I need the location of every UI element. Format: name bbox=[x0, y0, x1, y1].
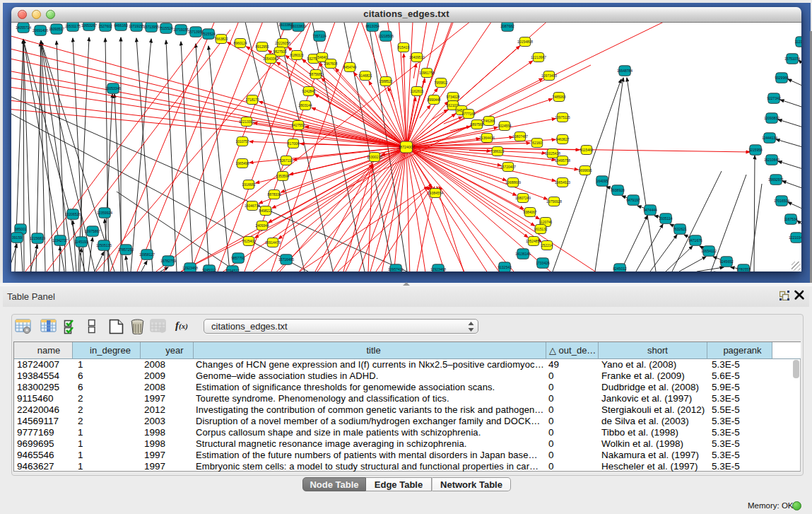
svg-text:5875685: 5875685 bbox=[309, 73, 322, 76]
svg-text:14136141: 14136141 bbox=[515, 252, 531, 256]
svg-text:8813054: 8813054 bbox=[365, 24, 379, 28]
svg-text:9146821: 9146821 bbox=[358, 74, 372, 78]
svg-text:10958127: 10958127 bbox=[139, 252, 155, 257]
svg-text:6479197: 6479197 bbox=[626, 198, 640, 202]
svg-text:1615132: 1615132 bbox=[534, 228, 547, 231]
svg-text:16648784: 16648784 bbox=[617, 69, 632, 73]
svg-text:10973493: 10973493 bbox=[541, 74, 557, 78]
svg-text:9827503: 9827503 bbox=[273, 50, 286, 54]
svg-text:9132543: 9132543 bbox=[498, 265, 512, 269]
svg-text:815419: 815419 bbox=[398, 46, 410, 49]
svg-text:54640: 54640 bbox=[317, 56, 327, 59]
svg-text:8794512: 8794512 bbox=[225, 269, 240, 271]
svg-text:7386322: 7386322 bbox=[490, 150, 504, 153]
svg-text:12156819: 12156819 bbox=[30, 236, 45, 240]
svg-text:15692971: 15692971 bbox=[768, 177, 784, 182]
svg-text:1353594: 1353594 bbox=[276, 175, 289, 178]
svg-text:17857253: 17857253 bbox=[118, 247, 134, 252]
svg-text:20206526: 20206526 bbox=[65, 212, 81, 216]
svg-text:8186323: 8186323 bbox=[290, 54, 303, 57]
svg-text:16807249: 16807249 bbox=[515, 197, 531, 200]
svg-text:3024554: 3024554 bbox=[498, 124, 511, 128]
svg-text:7357224: 7357224 bbox=[312, 34, 326, 38]
svg-text:12213302: 12213302 bbox=[239, 120, 254, 124]
svg-text:3215958: 3215958 bbox=[748, 148, 763, 152]
svg-text:385001: 385001 bbox=[15, 227, 27, 231]
svg-text:9427552: 9427552 bbox=[291, 124, 305, 127]
svg-text:1121750: 1121750 bbox=[794, 40, 801, 44]
svg-text:12093832: 12093832 bbox=[764, 116, 779, 120]
svg-text:62160: 62160 bbox=[532, 141, 542, 145]
svg-text:19384554: 19384554 bbox=[428, 192, 443, 195]
svg-text:1162615: 1162615 bbox=[411, 90, 424, 93]
svg-text:9242845: 9242845 bbox=[302, 90, 315, 93]
svg-text:18724007: 18724007 bbox=[398, 145, 414, 149]
svg-text:10719155: 10719155 bbox=[129, 24, 144, 28]
svg-text:9227342: 9227342 bbox=[767, 96, 781, 100]
svg-text:10654112: 10654112 bbox=[701, 249, 717, 253]
svg-text:2409344: 2409344 bbox=[255, 224, 269, 228]
svg-text:20975867: 20975867 bbox=[85, 229, 100, 233]
svg-text:817006: 817006 bbox=[288, 142, 300, 146]
svg-text:12342737: 12342737 bbox=[52, 238, 68, 243]
svg-text:17016504: 17016504 bbox=[774, 199, 789, 203]
svg-text:12505135: 12505135 bbox=[96, 243, 112, 247]
svg-text:2935114: 2935114 bbox=[659, 216, 672, 221]
svg-text:12213967: 12213967 bbox=[531, 56, 546, 59]
svg-text:7625402: 7625402 bbox=[242, 240, 255, 243]
svg-text:7515524: 7515524 bbox=[201, 32, 216, 36]
svg-text:15713955: 15713955 bbox=[143, 25, 159, 29]
svg-text:13975115: 13975115 bbox=[555, 116, 570, 119]
svg-text:16033809: 16033809 bbox=[290, 24, 306, 28]
svg-text:1167534: 1167534 bbox=[784, 217, 797, 221]
svg-text:9474444: 9474444 bbox=[643, 208, 657, 212]
svg-text:15751074: 15751074 bbox=[784, 57, 800, 61]
svg-text:8990448: 8990448 bbox=[427, 98, 440, 102]
svg-text:1965498: 1965498 bbox=[235, 162, 249, 165]
svg-text:12923468: 12923468 bbox=[182, 266, 198, 270]
svg-text:14055714: 14055714 bbox=[16, 25, 31, 30]
svg-text:9734028: 9734028 bbox=[446, 95, 459, 99]
svg-text:12923468: 12923468 bbox=[430, 267, 446, 271]
svg-text:9329966: 9329966 bbox=[775, 76, 789, 80]
svg-text:10653267: 10653267 bbox=[81, 23, 97, 28]
svg-text:19654923: 19654923 bbox=[555, 181, 570, 185]
svg-text:16093517: 16093517 bbox=[49, 27, 64, 31]
svg-text:7955812: 7955812 bbox=[434, 81, 447, 85]
svg-text:746266: 746266 bbox=[483, 119, 495, 123]
svg-text:8938928: 8938928 bbox=[611, 188, 625, 192]
svg-text:9245652: 9245652 bbox=[719, 259, 734, 264]
svg-text:39159: 39159 bbox=[12, 235, 22, 240]
svg-text:9115460: 9115460 bbox=[580, 148, 594, 152]
svg-text:10807487: 10807487 bbox=[512, 135, 528, 139]
svg-text:23226058: 23226058 bbox=[275, 42, 290, 45]
svg-text:10719155: 10719155 bbox=[173, 28, 189, 32]
svg-text:1527602: 1527602 bbox=[98, 24, 112, 28]
svg-text:2967608: 2967608 bbox=[324, 62, 337, 66]
svg-text:10543362: 10543362 bbox=[263, 57, 278, 61]
svg-text:16782759: 16782759 bbox=[160, 259, 176, 263]
svg-text:13495758: 13495758 bbox=[555, 159, 570, 163]
svg-text:10961758: 10961758 bbox=[419, 71, 435, 75]
svg-text:9777169: 9777169 bbox=[461, 112, 475, 116]
svg-text:8912955: 8912955 bbox=[255, 45, 269, 49]
svg-text:15720407: 15720407 bbox=[500, 165, 516, 169]
svg-text:20053346: 20053346 bbox=[105, 86, 121, 90]
svg-text:20531175: 20531175 bbox=[65, 24, 81, 28]
svg-text:10025438: 10025438 bbox=[545, 152, 560, 156]
svg-text:2718170: 2718170 bbox=[245, 98, 259, 102]
svg-text:12210347: 12210347 bbox=[789, 235, 801, 240]
svg-text:8245012: 8245012 bbox=[613, 267, 627, 271]
svg-text:10688609: 10688609 bbox=[505, 181, 521, 185]
svg-text:10957411: 10957411 bbox=[388, 267, 404, 271]
svg-text:7485063: 7485063 bbox=[552, 95, 565, 99]
svg-text:1916682: 1916682 bbox=[242, 183, 255, 187]
svg-text:6897568: 6897568 bbox=[470, 123, 483, 127]
svg-text:12444134: 12444134 bbox=[762, 136, 777, 140]
svg-text:9857791: 9857791 bbox=[231, 256, 245, 260]
svg-text:1120746: 1120746 bbox=[539, 221, 553, 224]
svg-text:13218506: 13218506 bbox=[378, 34, 394, 38]
svg-text:15716485: 15716485 bbox=[278, 257, 294, 262]
svg-text:16409510: 16409510 bbox=[409, 56, 425, 59]
svg-text:12359924: 12359924 bbox=[97, 211, 112, 215]
